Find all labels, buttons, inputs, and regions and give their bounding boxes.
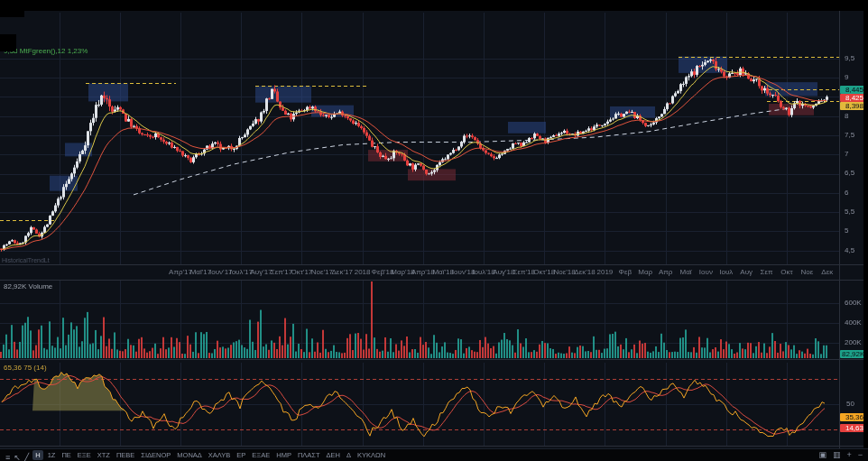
ticker-button[interactable]: ΣΙΔΕΝΟΡ <box>138 450 173 460</box>
price-badge: 8,398 <box>840 102 865 110</box>
ticker-button[interactable]: ΔΕΗ <box>324 450 343 460</box>
ticker-button[interactable]: ΜΟΝΑΔ <box>174 450 205 460</box>
right-edge-strip <box>863 0 868 448</box>
price-axis-label: 8 <box>845 113 848 120</box>
time-axis-label: Δεκ <box>821 269 833 276</box>
ticker-button[interactable]: ΠΕΒΕ <box>114 450 137 460</box>
window-top-strip <box>0 0 868 11</box>
corner-block-2 <box>0 34 16 51</box>
price-axis-label: 7 <box>845 151 848 158</box>
time-axis-label: Φεβ <box>619 269 633 276</box>
time-axis-label: 2019 <box>596 269 613 276</box>
ticker-button[interactable]: ΕΞΕ <box>75 450 94 460</box>
ticker-button[interactable]: ΕΡ <box>234 450 248 460</box>
ticker-button[interactable]: 1Ζ <box>45 450 59 460</box>
time-axis-label: Μαϊ'18 <box>432 269 454 276</box>
stoch-axis-label: 50 <box>846 401 854 408</box>
time-axis-label: Νοε'17 <box>311 269 333 276</box>
time-axis-label: Αυγ <box>740 269 753 276</box>
time-axis-label: Απρ'18 <box>411 269 435 276</box>
trading-chart-window: 9,58 MtFgreen(),12 1,23% HistoricalTrend… <box>0 0 868 461</box>
time-axis-label: Νοε <box>800 269 813 276</box>
bottom-toolbar: ≡↖╱ H 1ΖΠΕΕΞΕΧΤΖΠΕΒΕΣΙΔΕΝΟΡΜΟΝΑΔΧΑΛΥΒΕΡΕ… <box>0 448 868 461</box>
time-axis-label: Οκτ'18 <box>533 269 555 276</box>
volume-axis-label: 400K <box>845 319 862 327</box>
volume-axis-label: 200K <box>845 339 862 346</box>
volume-axis-label: 600K <box>845 300 862 307</box>
price-axis-label: 9 <box>845 74 848 81</box>
ticker-button[interactable]: ΧΤΖ <box>95 450 113 460</box>
price-badge: 8,445 <box>840 86 865 94</box>
zoom-in-button[interactable]: + <box>845 450 853 460</box>
price-axis-label: 6 <box>845 189 848 197</box>
price-axis-label: 5 <box>845 227 848 235</box>
time-axis-label: Δεκ'17 <box>332 269 353 276</box>
time-axis-label: Αυγ'17 <box>251 269 272 276</box>
time-axis-label: Ιουν <box>699 269 713 276</box>
ticker-button[interactable]: ΕΞΑΕ <box>249 450 272 460</box>
time-axis-label: Δεκ'18 <box>574 269 595 276</box>
stoch-badge: 14,63 <box>840 424 865 432</box>
cursor-icon[interactable]: ↖ <box>12 453 23 461</box>
time-axis-label: Απρ <box>659 269 672 276</box>
indicator-watermark: HistoricalTrendLt <box>2 256 50 264</box>
stoch-badge: 35,36 <box>840 413 865 421</box>
chart-panes-icon[interactable]: ▣ <box>817 450 828 460</box>
ticker-button[interactable]: Δ <box>344 450 354 460</box>
time-axis-label: Απρ'17 <box>169 269 192 276</box>
price-axis-label: 6,5 <box>845 170 854 177</box>
main-legend[interactable]: 9,58 MtFgreen(),12 1,23% <box>4 47 88 55</box>
time-axis-label: Αυγ'18 <box>493 269 514 276</box>
price-axis-label: 9,5 <box>845 55 854 62</box>
volume-legend[interactable]: 82,92K Volume <box>4 282 52 290</box>
time-axis-label: 2018 <box>355 269 371 276</box>
time-axis-label: Νοε'18 <box>553 269 575 276</box>
zoom-out-button[interactable]: − <box>856 450 864 460</box>
ticker-button[interactable]: ΠΛΑΣΤ <box>295 450 323 460</box>
time-axis-label: Σεπ <box>761 269 773 276</box>
stoch-legend[interactable]: 65,36 75 (14) <box>4 364 47 372</box>
time-axis-label: Μαϊ'17 <box>190 269 212 276</box>
price-axis-label: 4,5 <box>845 247 854 254</box>
corner-block-1 <box>0 11 24 17</box>
ticker-button[interactable]: ΗΜΡ <box>273 450 294 460</box>
ticker-button[interactable]: ΚΥΚΛΩΝ <box>355 450 388 460</box>
volume-badge: 82,92K <box>840 350 866 358</box>
time-axis-label: Ιουλ'17 <box>229 269 252 276</box>
menu-icon[interactable]: ≡ <box>4 453 12 461</box>
interval-button[interactable]: H <box>32 450 42 460</box>
time-axis-label: Σεπ'18 <box>513 269 535 276</box>
bar-chart-icon[interactable]: ▥ <box>831 450 843 460</box>
price-badge: 8,425 <box>840 94 865 102</box>
time-axis-label: Οκτ'17 <box>291 269 312 276</box>
time-axis-label: Ιουλ <box>719 269 733 276</box>
time-axis-label: Σεπ'17 <box>271 269 292 276</box>
price-axis-label: 7,5 <box>845 132 854 139</box>
time-axis-label: Οκτ <box>780 269 792 276</box>
ticker-button[interactable]: ΠΕ <box>59 450 73 460</box>
time-axis-label: Μαϊ <box>679 269 691 276</box>
chart-canvas[interactable] <box>0 0 868 448</box>
time-axis-label: Ιουλ'18 <box>472 269 494 276</box>
time-axis-label: Μαρ <box>638 269 652 276</box>
price-axis-label: 5,5 <box>845 208 854 216</box>
ticker-button[interactable]: ΧΑΛΥΒ <box>206 450 233 460</box>
trendline-icon[interactable]: ╱ <box>23 453 31 461</box>
